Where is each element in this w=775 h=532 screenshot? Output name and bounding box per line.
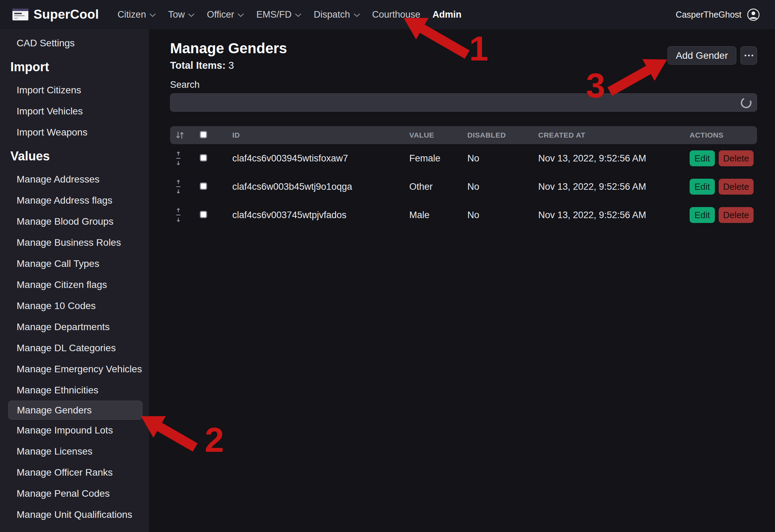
sidebar-item-manage-blood-groups[interactable]: Manage Blood Groups	[0, 211, 149, 232]
add-gender-button[interactable]: Add Gender	[667, 46, 736, 65]
sidebar-item-import-weapons[interactable]: Import Weapons	[0, 122, 149, 143]
cell-disabled: No	[467, 210, 538, 221]
select-all-checkbox[interactable]	[200, 131, 232, 140]
nav-user-area[interactable]: CasperTheGhost	[676, 8, 760, 21]
nav-item-courthouse[interactable]: Courthouse	[372, 9, 421, 20]
column-header-value[interactable]: VALUE	[409, 131, 467, 139]
search-input[interactable]	[170, 93, 757, 112]
sidebar-item-manage-unit-qualifications[interactable]: Manage Unit Qualifications	[0, 504, 149, 525]
sidebar-item-import-citizens[interactable]: Import Citizens	[0, 80, 149, 101]
app-logo-icon	[12, 9, 28, 20]
search-label: Search	[170, 80, 757, 90]
sidebar-item-manage-penal-codes[interactable]: Manage Penal Codes	[0, 483, 149, 504]
sidebar-item-manage-licenses[interactable]: Manage Licenses	[0, 441, 149, 462]
admin-sidebar: CAD SettingsImportImport CitizensImport …	[0, 29, 149, 532]
drag-handle-icon[interactable]	[175, 150, 182, 167]
row-checkbox[interactable]	[200, 211, 232, 220]
sidebar-item-manage-ethnicities[interactable]: Manage Ethnicities	[0, 380, 149, 401]
column-header-id[interactable]: ID	[232, 131, 409, 139]
row-checkbox[interactable]	[200, 154, 232, 163]
edit-button[interactable]: Edit	[690, 207, 715, 223]
table-body: claf4cs6v003945wtisfoxaw7FemaleNoNov 13,…	[170, 144, 757, 229]
sidebar-item-manage-citizen-flags[interactable]: Manage Citizen flags	[0, 274, 149, 295]
sidebar-section-values: Values	[0, 146, 149, 167]
edit-button[interactable]: Edit	[690, 150, 715, 166]
nav-item-label: EMS/FD	[256, 9, 291, 20]
main-content: Manage Genders Total Items: 3 Add Gender…	[149, 29, 775, 532]
sidebar-item-manage-address-flags[interactable]: Manage Address flags	[0, 190, 149, 211]
nav-item-dispatch[interactable]: Dispatch	[314, 9, 360, 20]
cell-value: Male	[409, 210, 467, 221]
chevron-down-icon	[354, 13, 360, 17]
row-checkbox[interactable]	[200, 183, 232, 191]
delete-button[interactable]: Delete	[719, 207, 754, 223]
sidebar-section-import: Import	[0, 56, 149, 77]
more-options-button[interactable]	[740, 46, 757, 65]
table-header-row: ID VALUE DISABLED CREATED AT ACTIONS	[170, 126, 757, 144]
cell-created-at: Nov 13, 2022, 9:52:56 AM	[538, 181, 690, 192]
nav-item-tow[interactable]: Tow	[168, 9, 195, 20]
delete-button[interactable]: Delete	[719, 150, 754, 166]
nav-item-citizen[interactable]: Citizen	[118, 9, 156, 20]
cell-id: claf4cs6w003b45wtj9o1oqga	[232, 181, 409, 192]
nav-item-label: Admin	[432, 9, 461, 20]
cell-value: Female	[409, 153, 467, 164]
column-header-created-at[interactable]: CREATED AT	[538, 131, 690, 139]
top-navbar: SuperCool CitizenTowOfficerEMS/FDDispatc…	[0, 0, 775, 29]
ellipsis-icon	[745, 55, 746, 56]
sidebar-item-manage-addresses[interactable]: Manage Addresses	[0, 169, 149, 190]
cell-id: claf4cs6v003945wtisfoxaw7	[232, 153, 409, 164]
brand-name: SuperCool	[34, 7, 99, 22]
drag-handle-icon[interactable]	[175, 207, 182, 223]
sidebar-item-manage-impound-lots[interactable]: Manage Impound Lots	[0, 420, 149, 441]
primary-nav: CitizenTowOfficerEMS/FDDispatchCourthous…	[118, 9, 461, 20]
brand[interactable]: SuperCool	[12, 7, 99, 22]
cell-disabled: No	[467, 181, 538, 192]
sort-icon[interactable]	[170, 130, 200, 140]
delete-button[interactable]: Delete	[719, 179, 754, 195]
cell-value: Other	[409, 181, 467, 192]
cell-created-at: Nov 13, 2022, 9:52:56 AM	[538, 210, 690, 221]
genders-table: ID VALUE DISABLED CREATED AT ACTIONS cla…	[170, 126, 757, 229]
total-items-label: Total Items:	[170, 60, 226, 71]
column-header-actions: ACTIONS	[690, 131, 757, 139]
drag-handle-icon[interactable]	[175, 178, 182, 195]
cell-created-at: Nov 13, 2022, 9:52:56 AM	[538, 153, 690, 164]
sidebar-item-manage-10-codes[interactable]: Manage 10 Codes	[0, 295, 149, 316]
sidebar-item-manage-call-types[interactable]: Manage Call Types	[0, 253, 149, 274]
sidebar-item-manage-departments[interactable]: Manage Departments	[0, 316, 149, 337]
nav-item-label: Courthouse	[372, 9, 421, 20]
table-row-other: claf4cs6w003b45wtj9o1oqgaOtherNoNov 13, …	[170, 172, 757, 201]
table-row-male: claf4cs6v003745wtpjvfadosMaleNoNov 13, 2…	[170, 201, 757, 229]
nav-item-ems-fd[interactable]: EMS/FD	[256, 9, 301, 20]
chevron-down-icon	[188, 13, 195, 17]
sidebar-item-manage-dl-categories[interactable]: Manage DL Categories	[0, 337, 149, 358]
user-avatar-icon[interactable]	[747, 8, 760, 21]
sidebar-item-manage-emergency-vehicles[interactable]: Manage Emergency Vehicles	[0, 358, 149, 380]
username-label: CasperTheGhost	[676, 10, 741, 20]
sidebar-item-import-vehicles[interactable]: Import Vehicles	[0, 101, 149, 122]
sidebar-item-cad-settings[interactable]: CAD Settings	[0, 32, 149, 54]
page-title: Manage Genders	[170, 40, 287, 57]
nav-item-officer[interactable]: Officer	[207, 9, 244, 20]
table-row-female: claf4cs6v003945wtisfoxaw7FemaleNoNov 13,…	[170, 144, 757, 172]
nav-item-label: Dispatch	[314, 9, 350, 20]
sidebar-item-manage-business-roles[interactable]: Manage Business Roles	[0, 232, 149, 253]
nav-item-label: Citizen	[118, 9, 146, 20]
nav-item-admin[interactable]: Admin	[432, 9, 461, 20]
chevron-down-icon	[149, 13, 156, 17]
edit-button[interactable]: Edit	[690, 179, 715, 195]
chevron-down-icon	[237, 13, 244, 17]
sidebar-item-manage-officer-ranks[interactable]: Manage Officer Ranks	[0, 462, 149, 483]
total-items-value: 3	[228, 60, 234, 71]
cell-disabled: No	[467, 153, 538, 164]
nav-item-label: Officer	[207, 9, 234, 20]
column-header-disabled[interactable]: DISABLED	[467, 131, 538, 139]
sidebar-item-manage-genders[interactable]: Manage Genders	[8, 401, 142, 420]
nav-item-label: Tow	[168, 9, 185, 20]
cell-id: claf4cs6v003745wtpjvfados	[232, 210, 409, 221]
total-items: Total Items: 3	[170, 60, 287, 71]
title-block: Manage Genders Total Items: 3	[170, 40, 287, 71]
chevron-down-icon	[295, 13, 301, 17]
